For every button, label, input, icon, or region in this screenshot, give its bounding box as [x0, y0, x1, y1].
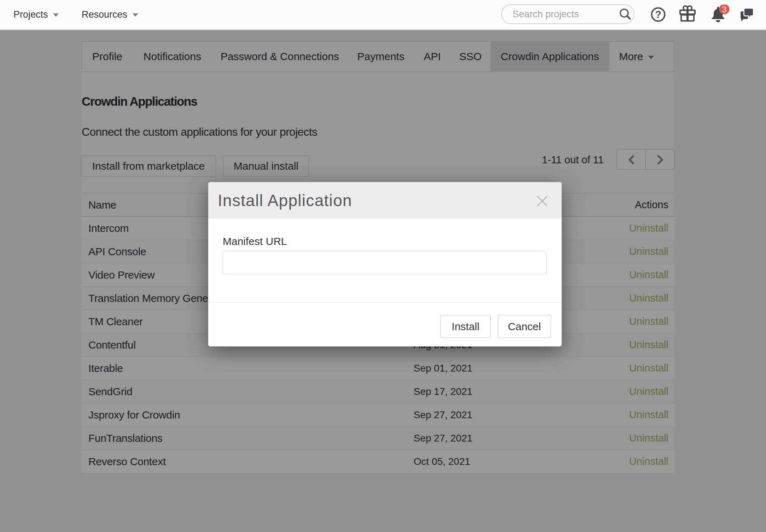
- svg-text:?: ?: [655, 9, 661, 20]
- svg-text:3: 3: [722, 5, 726, 14]
